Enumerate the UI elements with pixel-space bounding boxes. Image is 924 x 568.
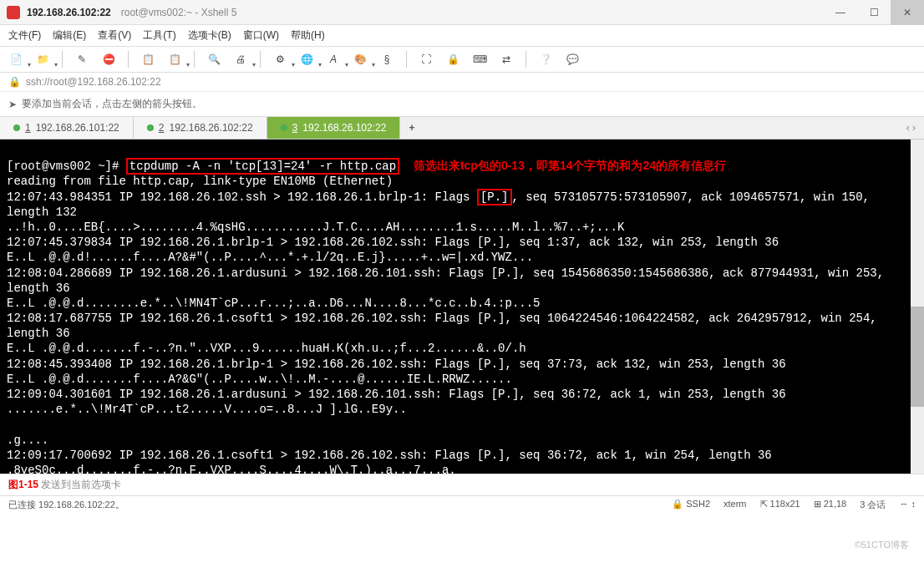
- separator: [406, 51, 407, 68]
- tab-session-2[interactable]: 2 192.168.26.102:22: [134, 117, 267, 139]
- help-icon[interactable]: ❔: [536, 50, 555, 68]
- menu-file[interactable]: 文件(F): [8, 28, 41, 43]
- status-ssh: 🔒 SSH2: [672, 499, 710, 511]
- menu-tab[interactable]: 选项卡(B): [188, 28, 231, 43]
- encoding-icon[interactable]: §: [378, 50, 396, 68]
- status-sessions: 3 会话: [860, 499, 886, 511]
- watermark: ©51CTO博客: [855, 539, 909, 551]
- status-term: xterm: [723, 499, 747, 511]
- status-nav[interactable]: ↔ ↕: [899, 499, 916, 511]
- shell-prompt: [root@vms002 ~]#: [7, 160, 126, 173]
- status-pos: ⊞ 21,18: [814, 499, 847, 511]
- open-folder-icon[interactable]: 📁: [33, 50, 52, 68]
- tab-index: 2: [159, 122, 165, 134]
- annotation-text: 筛选出来tcp包的0-13，即第14个字节的和为24的所有信息行: [414, 159, 726, 172]
- close-button[interactable]: ✕: [891, 0, 924, 25]
- scrollbar-thumb[interactable]: [911, 307, 924, 407]
- terminal-line: 12:08:17.687755 IP 192.168.26.1.csoft1 >…: [7, 312, 884, 340]
- command-highlight: tcpdump -A -n 'tcp[13]=24' -r http.cap: [126, 158, 399, 175]
- minimize-button[interactable]: —: [824, 0, 857, 25]
- settings-icon[interactable]: ⚙: [271, 50, 289, 68]
- paste-icon[interactable]: 📋: [165, 50, 184, 68]
- separator: [260, 51, 261, 68]
- status-dot-icon: [13, 124, 20, 131]
- font-icon[interactable]: A: [324, 50, 343, 68]
- hint-bar: ➤ 要添加当前会话，点击左侧的箭头按钮。: [0, 92, 924, 117]
- terminal-line: .8veS0c...d.......f.-..?n.F..VXP....S...…: [7, 464, 456, 474]
- lock-icon[interactable]: 🔒: [444, 50, 462, 68]
- address-bar: 🔒 ssh://root@192.168.26.102:22: [0, 73, 924, 92]
- terminal-line: .g....: [7, 434, 48, 447]
- footer-hint: 发送到当前选项卡: [41, 479, 121, 490]
- footer-input-bar[interactable]: 图1-15 发送到当前选项卡: [0, 474, 924, 495]
- terminal-line: 12:07:45.379834 IP 192.168.26.1.brlp-1 >…: [7, 236, 779, 249]
- lock-icon: 🔒: [8, 76, 21, 88]
- terminal-line: E..L .@.@.d.......f.-..?n."..VXP...9....…: [7, 342, 526, 355]
- menu-bar: 文件(F) 编辑(E) 查看(V) 工具(T) 选项卡(B) 窗口(W) 帮助(…: [0, 25, 924, 47]
- fullscreen-icon[interactable]: ⛶: [417, 50, 435, 68]
- find-icon[interactable]: 🔍: [205, 50, 223, 68]
- tab-label: 192.168.26.102:22: [302, 122, 386, 134]
- flag-highlight: [P.]: [477, 189, 512, 205]
- status-dot-icon: [281, 124, 287, 131]
- app-icon: [7, 6, 20, 19]
- terminal-line: 12:09:04.301601 IP 192.168.26.1.ardusuni…: [7, 388, 786, 401]
- window-address: 192.168.26.102:22: [27, 7, 111, 18]
- title-bar: 192.168.26.102:22 root@vms002:~ - Xshell…: [0, 0, 924, 25]
- terminal-line: E..L .@.@.d!......f....A?&#"(..P....^...…: [7, 251, 533, 264]
- color-icon[interactable]: 🎨: [351, 50, 369, 68]
- menu-edit[interactable]: 编辑(E): [53, 28, 86, 43]
- globe-icon[interactable]: 🌐: [297, 50, 316, 68]
- tab-add-button[interactable]: +: [400, 119, 423, 137]
- tab-index: 1: [25, 122, 31, 134]
- status-bar: 已连接 192.168.26.102:22。 🔒 SSH2 xterm ⇱ 11…: [0, 495, 924, 514]
- print-icon[interactable]: 🖨: [231, 50, 250, 68]
- tunneling-icon[interactable]: ⇄: [497, 50, 515, 68]
- disconnect-icon[interactable]: ⛔: [99, 50, 118, 68]
- tab-label: 192.168.26.102:22: [169, 122, 252, 134]
- separator: [62, 51, 63, 68]
- tab-session-3[interactable]: 3 192.168.26.102:22: [267, 117, 401, 139]
- terminal-line: E..L .@.@.d........e.*..\!MN4T`cP...r...…: [7, 297, 541, 310]
- terminal-line: ..!h..0....EB{....>........4.%qsHG......…: [7, 221, 624, 234]
- terminal-line: 12:08:45.393408 IP 192.168.26.1.brlp-1 >…: [7, 358, 786, 371]
- status-size: ⇱ 118x21: [760, 499, 800, 511]
- terminal-line: 12:09:17.700692 IP 192.168.26.1.csoft1 >…: [7, 449, 772, 462]
- status-dot-icon: [147, 124, 154, 131]
- menu-tools[interactable]: 工具(T): [143, 28, 175, 43]
- terminal-line: 12:07:43.984351 IP 192.168.26.102.ssh > …: [7, 189, 876, 219]
- terminal-line: E..L .@.@.d.......f....A?&G"(..P....w..\…: [7, 373, 512, 386]
- tab-bar: 1 192.168.26.101:22 2 192.168.26.102:22 …: [0, 117, 924, 139]
- new-session-icon[interactable]: 📄: [7, 50, 25, 68]
- toolbar: 📄 📁 ✎ ⛔ 📋 📋 🔍 🖨 ⚙ 🌐 A 🎨 § ⛶ 🔒 ⌨ ⇄ ❔ 💬: [0, 47, 924, 73]
- tab-session-1[interactable]: 1 192.168.26.101:22: [0, 117, 134, 139]
- figure-label: 图1-15: [8, 479, 38, 490]
- keyboard-icon[interactable]: ⌨: [470, 50, 489, 68]
- scrollbar-vertical[interactable]: [911, 139, 924, 474]
- menu-view[interactable]: 查看(V): [98, 28, 131, 43]
- hint-text: 要添加当前会话，点击左侧的箭头按钮。: [22, 97, 202, 111]
- separator: [128, 51, 129, 68]
- reconnect-icon[interactable]: ✎: [73, 50, 91, 68]
- window-controls: — ☐ ✕: [824, 0, 924, 25]
- window-subtitle: root@vms002:~ - Xshell 5: [121, 7, 237, 18]
- status-connection: 已连接 192.168.26.102:22。: [8, 499, 124, 511]
- menu-window[interactable]: 窗口(W): [243, 28, 279, 43]
- copy-icon[interactable]: 📋: [139, 50, 157, 68]
- terminal-line: 12:08:04.286689 IP 192.168.26.1.ardusuni…: [7, 266, 891, 295]
- tab-label: 192.168.26.101:22: [36, 122, 119, 134]
- tab-index: 3: [292, 122, 298, 134]
- terminal-line: .......e.*..\!Mr4T`cP...t2.....V....o=..…: [7, 403, 407, 416]
- url-text[interactable]: ssh://root@192.168.26.102:22: [26, 76, 161, 88]
- separator: [525, 51, 526, 68]
- arrow-icon[interactable]: ➤: [8, 99, 17, 110]
- maximize-button[interactable]: ☐: [857, 0, 891, 25]
- tab-nav-buttons[interactable]: ‹ ›: [898, 122, 924, 134]
- terminal-line: reading from file http.cap, link-type EN…: [7, 175, 393, 188]
- feedback-icon[interactable]: 💬: [563, 50, 581, 68]
- menu-help[interactable]: 帮助(H): [291, 28, 325, 43]
- terminal-output[interactable]: [root@vms002 ~]# tcpdump -A -n 'tcp[13]=…: [0, 139, 924, 474]
- separator: [194, 51, 195, 68]
